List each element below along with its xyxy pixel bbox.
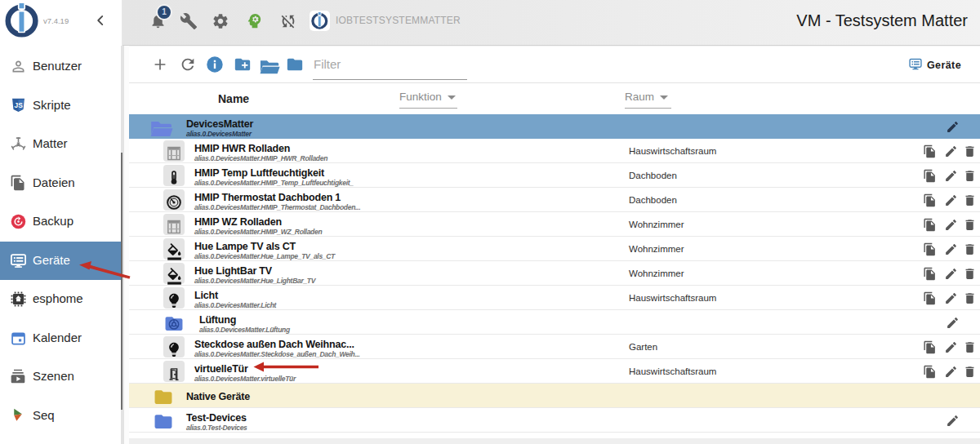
svg-text:JS: JS [15,100,24,109]
